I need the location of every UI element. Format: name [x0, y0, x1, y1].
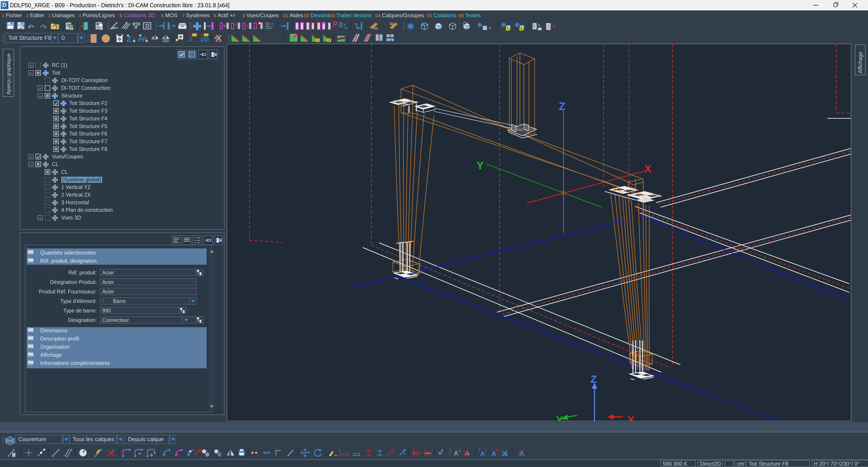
svg-text:X: X — [627, 414, 634, 421]
svg-text:A: A — [480, 450, 485, 457]
svg-text:PPP: PPP — [163, 39, 169, 43]
svg-text:1: 1 — [507, 27, 508, 31]
svg-text:A: A — [491, 450, 496, 457]
svg-text:GL: GL — [374, 26, 378, 30]
svg-text:PP: PP — [138, 36, 146, 43]
svg-text:Z: Z — [559, 100, 565, 112]
svg-text:1: 1 — [317, 38, 319, 42]
svg-text:Y: Y — [476, 159, 484, 172]
svg-text:Z: Z — [590, 373, 597, 385]
svg-text:1: 1 — [459, 448, 461, 453]
svg-text:Y: Y — [556, 414, 563, 421]
svg-text:1: 1 — [412, 448, 414, 451]
svg-text:GL: GL — [390, 22, 394, 26]
svg-text:2: 2 — [520, 27, 522, 31]
svg-text:2: 2 — [328, 38, 330, 42]
svg-text:1: 1 — [485, 448, 487, 453]
svg-text:z: z — [189, 35, 192, 42]
svg-text:X: X — [644, 163, 651, 175]
svg-text:A: A — [454, 449, 459, 457]
svg-text:A: A — [520, 450, 524, 457]
